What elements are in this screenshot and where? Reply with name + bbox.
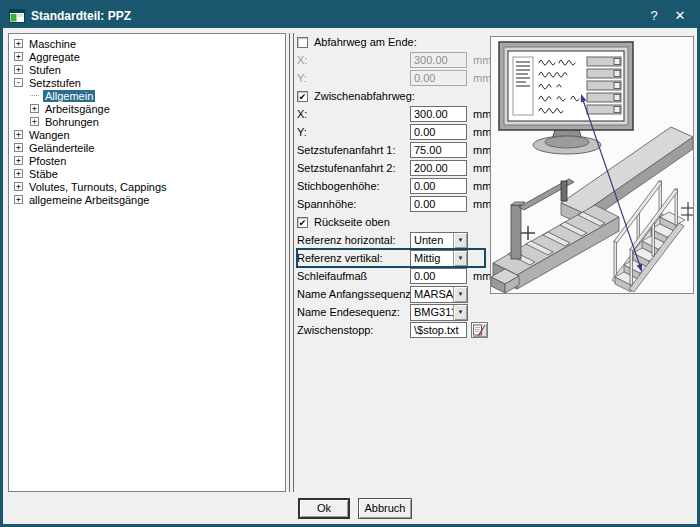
tree-item-label[interactable]: Stäbe — [27, 168, 60, 180]
tree-item[interactable]: +Arbeitsgänge — [12, 102, 285, 115]
form-row: Stichbogenhöhe:0.00mm — [297, 177, 485, 195]
help-button[interactable]: ? — [641, 8, 667, 23]
tree-item-label[interactable]: Volutes, Turnouts, Cappings — [27, 181, 169, 193]
form-row: Y:0.00mm — [297, 69, 485, 87]
expand-icon[interactable]: + — [14, 195, 23, 204]
tree-panel: +Maschine+Aggregate+Stufen-SetzstufenAll… — [8, 33, 286, 492]
collapse-icon[interactable]: - — [14, 78, 23, 87]
chevron-down-icon[interactable]: ▼ — [453, 287, 467, 302]
checkbox-label: Rückseite oben — [314, 216, 390, 228]
text-input[interactable]: 0.00 — [410, 178, 467, 194]
dropdown-value: Unten — [411, 233, 453, 248]
tree-item[interactable]: +Geländerteile — [12, 141, 285, 154]
expand-icon[interactable]: + — [14, 169, 23, 178]
tree-item-label[interactable]: Pfosten — [27, 155, 68, 167]
dialog-client-area: +Maschine+Aggregate+Stufen-SetzstufenAll… — [3, 28, 697, 524]
tree-item-label[interactable]: Maschine — [27, 38, 78, 50]
tree-item[interactable]: +Stufen — [12, 63, 285, 76]
tree-item-label[interactable]: Geländerteile — [27, 142, 96, 154]
expand-icon[interactable]: + — [14, 130, 23, 139]
dropdown-value: BMG311 — [411, 305, 453, 320]
field-label: Setzstufenanfahrt 1: — [297, 144, 410, 156]
checkbox[interactable]: ✔ — [297, 91, 308, 102]
unit-label: mm — [473, 180, 491, 192]
unit-label: mm — [473, 144, 491, 156]
checkbox[interactable]: ✔ — [297, 217, 308, 228]
expand-icon[interactable]: + — [14, 39, 23, 48]
tree-item[interactable]: +Stäbe — [12, 167, 285, 180]
dropdown[interactable]: Mittig▼ — [410, 250, 468, 267]
expand-icon[interactable]: + — [30, 104, 39, 113]
form-row: Referenz vertikal:Mittig▼ — [297, 249, 485, 267]
tree-item[interactable]: +Volutes, Turnouts, Cappings — [12, 180, 285, 193]
tree-item[interactable]: +Bohrungen — [12, 115, 285, 128]
field-label: Y: — [297, 72, 410, 84]
tree-item-label[interactable]: Arbeitsgänge — [43, 103, 112, 115]
form-row: Setzstufenanfahrt 1:75.00mm — [297, 141, 485, 159]
unit-label: mm — [473, 270, 491, 282]
unit-label: mm — [473, 108, 491, 120]
expand-icon[interactable]: + — [30, 117, 39, 126]
tree-item-label[interactable]: allgemeine Arbeitsgänge — [27, 194, 151, 206]
tree-item-label[interactable]: Setzstufen — [27, 77, 83, 89]
text-input[interactable]: 300.00 — [410, 106, 467, 122]
field-label: Setzstufenanfahrt 2: — [297, 162, 410, 174]
ok-button[interactable]: Ok — [298, 498, 350, 519]
text-input[interactable]: 0.00 — [410, 70, 467, 86]
dropdown[interactable]: MARSAN-F▼ — [410, 286, 468, 303]
tree-item-label[interactable]: Aggregate — [27, 51, 82, 63]
text-input[interactable]: \$stop.txt — [410, 322, 467, 338]
expand-icon[interactable]: + — [14, 65, 23, 74]
dropdown-value: MARSAN-F — [411, 287, 453, 302]
edit-file-button[interactable] — [471, 322, 488, 338]
tree-item[interactable]: Allgemein — [12, 89, 285, 102]
expand-icon[interactable]: + — [14, 182, 23, 191]
expand-icon[interactable]: + — [14, 156, 23, 165]
chevron-down-icon[interactable]: ▼ — [453, 305, 467, 320]
checkbox-label: Abfahrweg am Ende: — [314, 36, 417, 48]
form-row: Referenz horizontal:Unten▼ — [297, 231, 485, 249]
preview-illustration — [490, 36, 694, 294]
tree-item[interactable]: +allgemeine Arbeitsgänge — [12, 193, 285, 206]
close-button[interactable]: ✕ — [667, 8, 693, 23]
cancel-button[interactable]: Abbruch — [358, 498, 412, 519]
tree-item[interactable]: -Setzstufen — [12, 76, 285, 89]
tree-item[interactable]: +Maschine — [12, 37, 285, 50]
dropdown[interactable]: Unten▼ — [410, 232, 468, 249]
expand-icon[interactable]: + — [14, 52, 23, 61]
chevron-down-icon[interactable]: ▼ — [453, 233, 467, 248]
field-label: Referenz vertikal: — [297, 252, 410, 264]
dropdown[interactable]: BMG311▼ — [410, 304, 468, 321]
text-input[interactable]: 75.00 — [410, 142, 467, 158]
dimension-marker-icon — [681, 202, 693, 221]
panel-splitter[interactable] — [289, 33, 294, 492]
chevron-down-icon[interactable]: ▼ — [453, 251, 467, 266]
field-label: Y: — [297, 126, 410, 138]
unit-label: mm — [473, 162, 491, 174]
expand-icon[interactable]: + — [14, 143, 23, 152]
tree-item[interactable]: +Aggregate — [12, 50, 285, 63]
form-row: Spannhöhe:0.00mm — [297, 195, 485, 213]
form-row: Setzstufenanfahrt 2:200.00mm — [297, 159, 485, 177]
dropdown-value: Mittig — [411, 251, 453, 266]
tree-connector — [30, 95, 39, 96]
form-row: X:300.00mm — [297, 105, 485, 123]
tree-item-label[interactable]: Bohrungen — [43, 116, 101, 128]
checkbox[interactable] — [297, 37, 308, 48]
text-input[interactable]: 0.00 — [410, 196, 467, 212]
tree-item-label[interactable]: Allgemein — [43, 90, 95, 102]
field-label: Spannhöhe: — [297, 198, 410, 210]
text-input[interactable]: 0.00 — [410, 268, 467, 284]
field-label: Referenz horizontal: — [297, 234, 410, 246]
tree-item[interactable]: +Pfosten — [12, 154, 285, 167]
text-input[interactable]: 200.00 — [410, 160, 467, 176]
text-input[interactable]: 0.00 — [410, 124, 467, 140]
tree-item-label[interactable]: Stufen — [27, 64, 63, 76]
edit-icon — [473, 324, 486, 336]
tree-item[interactable]: +Wangen — [12, 128, 285, 141]
form-row: ✔Rückseite oben — [297, 213, 485, 231]
text-input[interactable]: 300.00 — [410, 52, 467, 68]
title-bar: Standardteil: PPZ ? ✕ — [3, 3, 697, 28]
field-label: X: — [297, 54, 410, 66]
tree-item-label[interactable]: Wangen — [27, 129, 72, 141]
